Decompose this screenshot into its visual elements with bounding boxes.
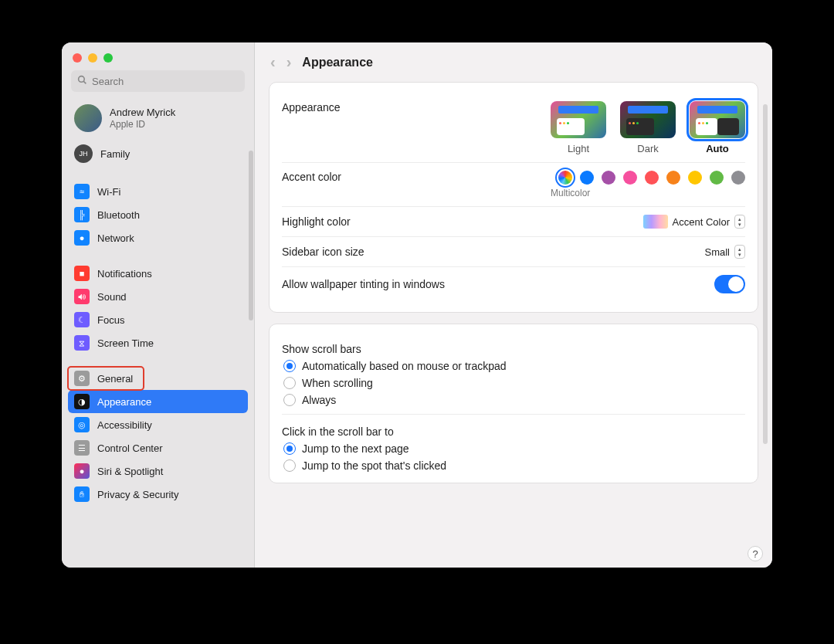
sidebar-item-controlcenter[interactable]: ☰ Control Center <box>68 436 248 459</box>
sidebar-item-label: Accessibility <box>97 419 152 431</box>
radio-label: Always <box>302 394 336 406</box>
sidebar-item-label: Appearance <box>97 396 151 408</box>
accent-green[interactable] <box>710 171 724 185</box>
sidebar-scrollbar[interactable] <box>249 151 253 320</box>
gear-icon: ⚙ <box>74 371 90 386</box>
sidebar-icon-label: Sidebar icon size <box>282 246 364 258</box>
radio-icon <box>283 377 296 389</box>
radio-icon <box>283 442 296 455</box>
scrollbars-option-auto[interactable]: Automatically based on mouse or trackpad <box>283 360 745 372</box>
siri-icon: ● <box>74 463 90 479</box>
sidebar-item-focus[interactable]: ☾ Focus <box>68 308 248 331</box>
scroll-panel: Show scroll bars Automatically based on … <box>269 324 758 483</box>
sidebar-item-sound[interactable]: 🔊︎ Sound <box>68 285 248 308</box>
sidebar-item-general[interactable]: ⚙ General <box>68 367 144 390</box>
sidebar-group-system: ⚙ General ◑ Appearance ◎ Accessibility ☰… <box>68 367 248 506</box>
main-scrollbar[interactable] <box>763 104 768 444</box>
click-option-nextpage[interactable]: Jump to the next page <box>283 442 745 455</box>
appearance-option-auto[interactable]: Auto <box>690 101 745 154</box>
avatar <box>74 104 102 132</box>
hourglass-icon: ⧖ <box>74 335 90 351</box>
sidebar-item-bluetooth[interactable]: ╠ Bluetooth <box>68 203 248 226</box>
user-sub: Apple ID <box>110 119 175 130</box>
maximize-icon[interactable] <box>103 53 113 63</box>
globe-icon: ● <box>74 230 90 246</box>
search-input[interactable] <box>92 76 239 87</box>
sidebar-scroll[interactable]: Andrew Myrick Apple ID JH Family ≈ Wi-Fi… <box>62 100 254 568</box>
sidebar-item-label: Wi-Fi <box>97 186 120 198</box>
main-header: ‹ › Appearance <box>255 42 772 82</box>
sidebar-item-label: Sound <box>97 291 127 303</box>
speaker-icon: 🔊︎ <box>74 289 90 304</box>
sidebar-item-accessibility[interactable]: ◎ Accessibility <box>68 413 248 436</box>
sidebar-item-wifi[interactable]: ≈ Wi-Fi <box>68 180 248 203</box>
sidebar-item-label: Control Center <box>97 442 163 454</box>
scrollbars-radio-group: Automatically based on mouse or trackpad… <box>283 360 745 406</box>
family-avatar-icon: JH <box>74 144 93 163</box>
radio-icon <box>283 459 296 472</box>
sidebar-item-label: Focus <box>97 314 124 326</box>
bell-icon: ■ <box>74 266 90 281</box>
sidebar-item-screentime[interactable]: ⧖ Screen Time <box>68 331 248 354</box>
forward-button[interactable]: › <box>286 53 292 71</box>
sliders-icon: ☰ <box>74 440 90 456</box>
accent-purple[interactable] <box>602 171 615 185</box>
hand-icon: ✋︎ <box>74 486 90 502</box>
appearance-icon: ◑ <box>74 394 90 409</box>
accent-orange[interactable] <box>666 171 680 185</box>
sidebar-icon-select[interactable]: Small ▴▾ <box>704 245 745 259</box>
minimize-icon[interactable] <box>88 53 97 63</box>
scrollbars-option-always[interactable]: Always <box>283 394 745 406</box>
wifi-icon: ≈ <box>74 184 90 199</box>
accent-blue[interactable] <box>580 171 594 185</box>
sidebar-item-privacy[interactable]: ✋︎ Privacy & Security <box>68 483 248 506</box>
stepper-icon: ▴▾ <box>734 215 745 229</box>
main-panel: ‹ › Appearance Appearance Light <box>255 42 772 568</box>
window-controls <box>62 42 254 70</box>
sidebar-group-alerts: ■ Notifications 🔊︎ Sound ☾ Focus ⧖ Scree… <box>68 262 248 354</box>
sidebar-item-notifications[interactable]: ■ Notifications <box>68 262 248 285</box>
sidebar-group-network: ≈ Wi-Fi ╠ Bluetooth ● Network <box>68 180 248 249</box>
back-button[interactable]: ‹ <box>270 53 276 71</box>
appearance-panel: Appearance Light Dark <box>269 82 758 313</box>
highlight-swatch-icon <box>643 215 668 229</box>
click-scroll-label: Click in the scroll bar to <box>282 418 745 438</box>
sidebar-item-appearance[interactable]: ◑ Appearance <box>68 390 248 413</box>
sidebar-item-label: Notifications <box>97 268 152 280</box>
content-scroll[interactable]: Appearance Light Dark <box>255 82 772 568</box>
accent-pink[interactable] <box>623 171 637 185</box>
moon-icon: ☾ <box>74 312 90 327</box>
help-button[interactable]: ? <box>748 546 763 561</box>
sidebar-item-network[interactable]: ● Network <box>68 226 248 249</box>
sidebar-item-appleid[interactable]: Andrew Myrick Apple ID <box>68 100 248 137</box>
click-option-spot[interactable]: Jump to the spot that's clicked <box>283 459 745 472</box>
tinting-toggle[interactable] <box>714 275 745 293</box>
accent-selected-label: Multicolor <box>551 188 590 198</box>
sidebar-item-label: Siri & Spotlight <box>97 466 163 477</box>
sidebar-item-siri[interactable]: ● Siri & Spotlight <box>68 459 248 483</box>
tile-label: Light <box>568 143 589 154</box>
close-icon[interactable] <box>73 53 82 63</box>
sidebar: Andrew Myrick Apple ID JH Family ≈ Wi-Fi… <box>62 42 255 568</box>
highlight-select[interactable]: Accent Color ▴▾ <box>643 215 745 229</box>
user-name: Andrew Myrick <box>110 107 175 119</box>
dark-preview-icon <box>620 101 676 138</box>
radio-label: Jump to the spot that's clicked <box>302 459 446 472</box>
accent-swatches <box>558 171 745 185</box>
svg-point-0 <box>79 76 85 83</box>
sidebar-item-label: Privacy & Security <box>97 489 178 500</box>
accent-red[interactable] <box>645 171 659 185</box>
scrollbars-option-scrolling[interactable]: When scrolling <box>283 377 745 389</box>
appearance-option-light[interactable]: Light <box>551 101 606 154</box>
tile-label: Auto <box>706 143 729 154</box>
tile-label: Dark <box>637 143 658 154</box>
highlight-label: Highlight color <box>282 215 351 228</box>
accent-multicolor[interactable] <box>558 171 572 185</box>
search-field[interactable] <box>71 70 245 92</box>
sidebar-item-family[interactable]: JH Family <box>68 140 248 168</box>
radio-icon <box>283 394 296 406</box>
appearance-option-dark[interactable]: Dark <box>620 101 676 154</box>
accent-yellow[interactable] <box>688 171 702 185</box>
svg-line-1 <box>83 81 86 83</box>
accent-graphite[interactable] <box>731 171 745 185</box>
